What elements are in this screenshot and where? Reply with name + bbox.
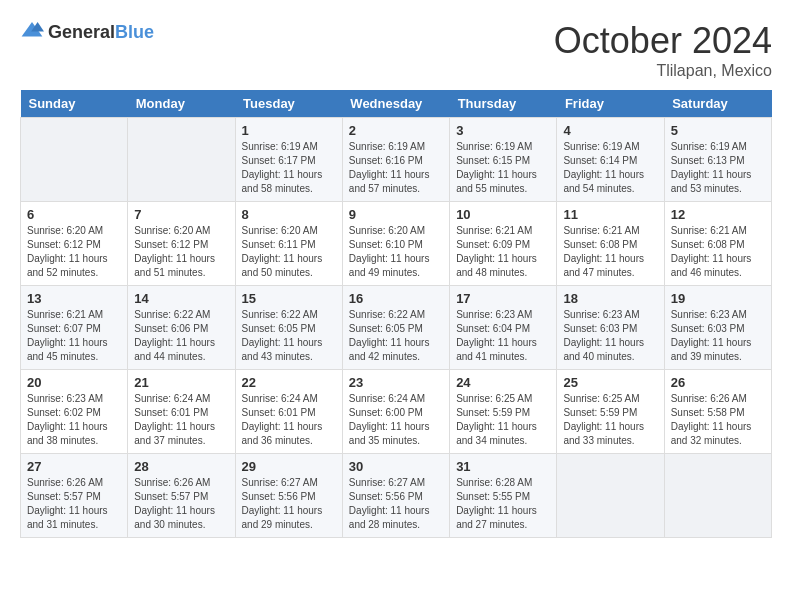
logo-icon	[20, 20, 44, 44]
title-section: October 2024 Tlilapan, Mexico	[554, 20, 772, 80]
calendar-cell: 23Sunrise: 6:24 AMSunset: 6:00 PMDayligh…	[342, 370, 449, 454]
week-row-4: 20Sunrise: 6:23 AMSunset: 6:02 PMDayligh…	[21, 370, 772, 454]
calendar-cell: 5Sunrise: 6:19 AMSunset: 6:13 PMDaylight…	[664, 118, 771, 202]
day-number: 6	[27, 207, 121, 222]
day-number: 11	[563, 207, 657, 222]
day-info: Sunrise: 6:23 AMSunset: 6:03 PMDaylight:…	[563, 308, 657, 364]
column-header-sunday: Sunday	[21, 90, 128, 118]
day-info: Sunrise: 6:20 AMSunset: 6:12 PMDaylight:…	[134, 224, 228, 280]
day-info: Sunrise: 6:22 AMSunset: 6:06 PMDaylight:…	[134, 308, 228, 364]
day-info: Sunrise: 6:22 AMSunset: 6:05 PMDaylight:…	[242, 308, 336, 364]
day-number: 16	[349, 291, 443, 306]
day-number: 14	[134, 291, 228, 306]
calendar-cell: 19Sunrise: 6:23 AMSunset: 6:03 PMDayligh…	[664, 286, 771, 370]
day-number: 8	[242, 207, 336, 222]
day-info: Sunrise: 6:21 AMSunset: 6:08 PMDaylight:…	[563, 224, 657, 280]
calendar-cell: 20Sunrise: 6:23 AMSunset: 6:02 PMDayligh…	[21, 370, 128, 454]
day-info: Sunrise: 6:19 AMSunset: 6:16 PMDaylight:…	[349, 140, 443, 196]
day-number: 27	[27, 459, 121, 474]
day-info: Sunrise: 6:26 AMSunset: 5:57 PMDaylight:…	[134, 476, 228, 532]
calendar-cell: 26Sunrise: 6:26 AMSunset: 5:58 PMDayligh…	[664, 370, 771, 454]
month-title: October 2024	[554, 20, 772, 62]
calendar-cell: 6Sunrise: 6:20 AMSunset: 6:12 PMDaylight…	[21, 202, 128, 286]
calendar-cell	[128, 118, 235, 202]
day-number: 30	[349, 459, 443, 474]
day-info: Sunrise: 6:24 AMSunset: 6:01 PMDaylight:…	[242, 392, 336, 448]
calendar-cell: 27Sunrise: 6:26 AMSunset: 5:57 PMDayligh…	[21, 454, 128, 538]
week-row-5: 27Sunrise: 6:26 AMSunset: 5:57 PMDayligh…	[21, 454, 772, 538]
day-number: 23	[349, 375, 443, 390]
calendar-cell	[21, 118, 128, 202]
day-info: Sunrise: 6:20 AMSunset: 6:11 PMDaylight:…	[242, 224, 336, 280]
day-info: Sunrise: 6:26 AMSunset: 5:58 PMDaylight:…	[671, 392, 765, 448]
calendar-cell	[557, 454, 664, 538]
day-number: 29	[242, 459, 336, 474]
day-number: 1	[242, 123, 336, 138]
day-info: Sunrise: 6:21 AMSunset: 6:09 PMDaylight:…	[456, 224, 550, 280]
day-info: Sunrise: 6:20 AMSunset: 6:10 PMDaylight:…	[349, 224, 443, 280]
week-row-2: 6Sunrise: 6:20 AMSunset: 6:12 PMDaylight…	[21, 202, 772, 286]
location-subtitle: Tlilapan, Mexico	[554, 62, 772, 80]
calendar-cell: 29Sunrise: 6:27 AMSunset: 5:56 PMDayligh…	[235, 454, 342, 538]
calendar-cell: 2Sunrise: 6:19 AMSunset: 6:16 PMDaylight…	[342, 118, 449, 202]
calendar-table: SundayMondayTuesdayWednesdayThursdayFrid…	[20, 90, 772, 538]
column-header-thursday: Thursday	[450, 90, 557, 118]
calendar-cell: 30Sunrise: 6:27 AMSunset: 5:56 PMDayligh…	[342, 454, 449, 538]
day-info: Sunrise: 6:21 AMSunset: 6:08 PMDaylight:…	[671, 224, 765, 280]
day-number: 31	[456, 459, 550, 474]
calendar-cell: 17Sunrise: 6:23 AMSunset: 6:04 PMDayligh…	[450, 286, 557, 370]
day-number: 12	[671, 207, 765, 222]
calendar-cell	[664, 454, 771, 538]
day-number: 7	[134, 207, 228, 222]
calendar-cell: 7Sunrise: 6:20 AMSunset: 6:12 PMDaylight…	[128, 202, 235, 286]
day-number: 17	[456, 291, 550, 306]
day-info: Sunrise: 6:28 AMSunset: 5:55 PMDaylight:…	[456, 476, 550, 532]
day-number: 4	[563, 123, 657, 138]
day-number: 3	[456, 123, 550, 138]
column-header-saturday: Saturday	[664, 90, 771, 118]
day-number: 10	[456, 207, 550, 222]
calendar-cell: 12Sunrise: 6:21 AMSunset: 6:08 PMDayligh…	[664, 202, 771, 286]
day-number: 5	[671, 123, 765, 138]
day-number: 15	[242, 291, 336, 306]
day-number: 22	[242, 375, 336, 390]
logo-general: General	[48, 22, 115, 42]
day-info: Sunrise: 6:19 AMSunset: 6:17 PMDaylight:…	[242, 140, 336, 196]
calendar-cell: 22Sunrise: 6:24 AMSunset: 6:01 PMDayligh…	[235, 370, 342, 454]
calendar-cell: 3Sunrise: 6:19 AMSunset: 6:15 PMDaylight…	[450, 118, 557, 202]
day-number: 9	[349, 207, 443, 222]
day-number: 13	[27, 291, 121, 306]
day-info: Sunrise: 6:27 AMSunset: 5:56 PMDaylight:…	[349, 476, 443, 532]
day-info: Sunrise: 6:21 AMSunset: 6:07 PMDaylight:…	[27, 308, 121, 364]
calendar-cell: 21Sunrise: 6:24 AMSunset: 6:01 PMDayligh…	[128, 370, 235, 454]
day-info: Sunrise: 6:19 AMSunset: 6:15 PMDaylight:…	[456, 140, 550, 196]
calendar-cell: 10Sunrise: 6:21 AMSunset: 6:09 PMDayligh…	[450, 202, 557, 286]
page-header: GeneralBlue October 2024 Tlilapan, Mexic…	[20, 20, 772, 80]
calendar-cell: 4Sunrise: 6:19 AMSunset: 6:14 PMDaylight…	[557, 118, 664, 202]
calendar-cell: 1Sunrise: 6:19 AMSunset: 6:17 PMDaylight…	[235, 118, 342, 202]
day-info: Sunrise: 6:23 AMSunset: 6:02 PMDaylight:…	[27, 392, 121, 448]
day-info: Sunrise: 6:26 AMSunset: 5:57 PMDaylight:…	[27, 476, 121, 532]
day-number: 21	[134, 375, 228, 390]
day-info: Sunrise: 6:23 AMSunset: 6:03 PMDaylight:…	[671, 308, 765, 364]
calendar-cell: 14Sunrise: 6:22 AMSunset: 6:06 PMDayligh…	[128, 286, 235, 370]
day-number: 20	[27, 375, 121, 390]
column-header-wednesday: Wednesday	[342, 90, 449, 118]
day-info: Sunrise: 6:19 AMSunset: 6:13 PMDaylight:…	[671, 140, 765, 196]
day-info: Sunrise: 6:23 AMSunset: 6:04 PMDaylight:…	[456, 308, 550, 364]
logo-blue: Blue	[115, 22, 154, 42]
calendar-cell: 24Sunrise: 6:25 AMSunset: 5:59 PMDayligh…	[450, 370, 557, 454]
logo-text: GeneralBlue	[48, 22, 154, 43]
calendar-cell: 16Sunrise: 6:22 AMSunset: 6:05 PMDayligh…	[342, 286, 449, 370]
calendar-cell: 25Sunrise: 6:25 AMSunset: 5:59 PMDayligh…	[557, 370, 664, 454]
day-info: Sunrise: 6:22 AMSunset: 6:05 PMDaylight:…	[349, 308, 443, 364]
calendar-cell: 8Sunrise: 6:20 AMSunset: 6:11 PMDaylight…	[235, 202, 342, 286]
logo: GeneralBlue	[20, 20, 154, 44]
header-row: SundayMondayTuesdayWednesdayThursdayFrid…	[21, 90, 772, 118]
day-number: 19	[671, 291, 765, 306]
column-header-tuesday: Tuesday	[235, 90, 342, 118]
calendar-cell: 11Sunrise: 6:21 AMSunset: 6:08 PMDayligh…	[557, 202, 664, 286]
week-row-1: 1Sunrise: 6:19 AMSunset: 6:17 PMDaylight…	[21, 118, 772, 202]
day-number: 2	[349, 123, 443, 138]
day-number: 25	[563, 375, 657, 390]
